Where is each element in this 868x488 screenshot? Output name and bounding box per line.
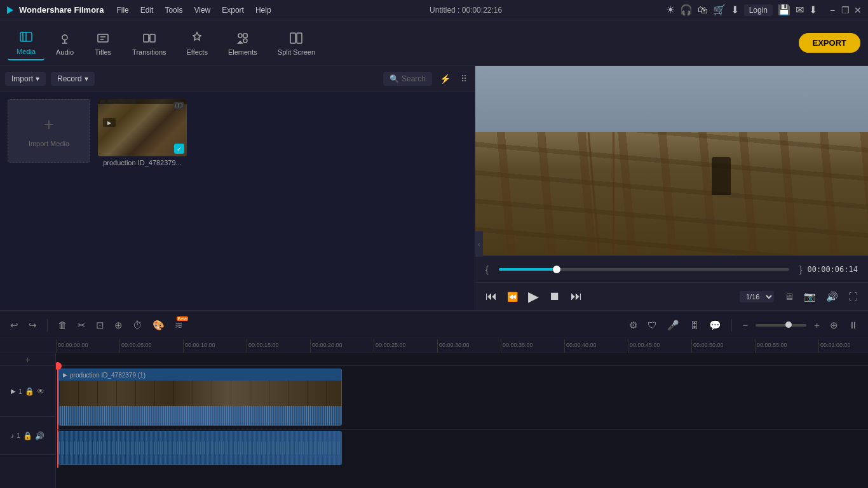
main-area: Import ▾ Record ▾ 🔍 Search ⚡ ⠿ + Import … <box>0 66 868 310</box>
media-thumbnail[interactable]: ▶ ✓ □□ production ID_4782379... <box>98 99 187 166</box>
selected-check-badge: ✓ <box>174 144 184 154</box>
prev-frame-button[interactable]: ⏮ <box>485 290 497 303</box>
login-button[interactable]: Login <box>744 4 773 16</box>
filter-icon[interactable]: ⚡ <box>437 72 453 85</box>
playhead[interactable] <box>57 366 58 429</box>
menu-tools[interactable]: Tools <box>159 4 187 16</box>
toolbar-transitions[interactable]: Transitions <box>123 27 175 60</box>
in-point-button[interactable]: { <box>485 264 489 274</box>
stop-button[interactable]: ⏹ <box>549 290 560 303</box>
headphone-icon[interactable]: 🎧 <box>680 4 693 16</box>
ruler-marks: 00:00:00:00 00:00:05:00 00:00:10:00 00:0… <box>56 339 868 353</box>
out-point-button[interactable]: } <box>799 264 803 274</box>
download-icon[interactable]: ⬇ <box>731 4 739 16</box>
speed-button[interactable]: ⏱ <box>130 318 145 332</box>
download2-icon[interactable]: ⬇ <box>809 4 817 16</box>
cut-button[interactable]: ✂ <box>75 318 88 333</box>
maximize-button[interactable]: ❐ <box>840 6 850 15</box>
scrubber-handle[interactable] <box>553 266 560 273</box>
svg-point-13 <box>243 39 247 43</box>
cart-icon[interactable]: 🛒 <box>713 4 726 16</box>
gift-icon[interactable]: 🛍 <box>698 4 708 16</box>
ruler-mark-5: 00:00:25:00 <box>374 339 437 353</box>
toolbar-effects[interactable]: Effects <box>178 27 217 60</box>
audio-track-label: ♪ 1 🔒 🔊 <box>0 417 55 455</box>
subtitle-icon[interactable]: 💬 <box>707 318 724 333</box>
zoom-slider[interactable] <box>756 324 806 327</box>
delete-button[interactable]: 🗑 <box>55 318 70 332</box>
pause-indicator[interactable]: ⏸ <box>846 318 860 332</box>
toolbar-titles[interactable]: Titles <box>85 27 121 60</box>
video-track: ▶ production ID_4782379 (1) <box>56 366 868 430</box>
shield-icon[interactable]: 🛡 <box>645 318 660 332</box>
sun-icon[interactable]: ☀ <box>666 4 675 16</box>
zoom-in-button[interactable]: + <box>811 318 822 332</box>
clip-play-icon: ▶ <box>63 372 67 378</box>
svg-marker-0 <box>7 6 13 14</box>
timeline-settings-icon[interactable]: ⚙ <box>627 318 640 333</box>
timecode-display: 00:00:06:14 <box>808 265 858 274</box>
ruler-mark-1: 00:00:05:00 <box>119 339 183 353</box>
menu-edit[interactable]: Edit <box>135 4 159 16</box>
fullscreen-preview-button[interactable]: 🖥 <box>784 291 794 302</box>
audio-settings-icon[interactable]: 🎛 <box>687 318 702 332</box>
menu-help[interactable]: Help <box>250 4 276 16</box>
panel-collapse-handle[interactable]: ‹ <box>475 231 483 257</box>
redo-button[interactable]: ↪ <box>26 318 39 333</box>
main-toolbar: Media Audio Titles Transitions Effects E… <box>0 20 868 66</box>
audio-lock-icon[interactable]: 🔒 <box>23 431 32 440</box>
save-icon[interactable]: 💾 <box>778 4 790 16</box>
ruler-mark-2: 00:00:10:00 <box>183 339 247 353</box>
add-track-area[interactable]: + <box>0 353 55 366</box>
play-button[interactable]: ▶ <box>528 288 539 305</box>
ruler-mark-12: 00:01:00:00 <box>818 339 868 353</box>
scene-sky <box>475 66 868 132</box>
copy-button[interactable]: ⊕ <box>112 318 125 333</box>
volume-button[interactable]: 🔊 <box>826 291 838 302</box>
add-track-button[interactable]: ⊕ <box>827 318 841 333</box>
chevron-down-icon: ▾ <box>36 74 39 83</box>
next-frame-button[interactable]: ⏭ <box>571 290 582 303</box>
mic-icon[interactable]: 🎤 <box>665 318 682 333</box>
svg-rect-10 <box>150 34 155 42</box>
menu-file[interactable]: File <box>111 4 133 16</box>
minimize-button[interactable]: − <box>827 6 837 15</box>
preview-scrubber[interactable] <box>499 268 789 271</box>
svg-rect-14 <box>290 33 295 43</box>
close-button[interactable]: ✕ <box>853 6 863 15</box>
quality-select[interactable]: 1/16 <box>740 291 774 302</box>
preview-area <box>475 66 868 255</box>
zoom-out-button[interactable]: − <box>740 318 750 332</box>
search-icon: 🔍 <box>390 74 399 83</box>
toolbar-media[interactable]: Media <box>8 26 44 60</box>
color-button[interactable]: 🎨 <box>150 318 167 333</box>
import-dropdown[interactable]: Import ▾ <box>5 72 46 86</box>
track-lock-icon[interactable]: 🔒 <box>25 387 34 396</box>
export-button[interactable]: EXPORT <box>799 33 860 53</box>
record-dropdown[interactable]: Record ▾ <box>51 72 95 86</box>
search-box[interactable]: 🔍 Search <box>383 72 432 86</box>
toolbar-audio[interactable]: Audio <box>47 27 83 60</box>
track-visibility-icon[interactable]: 👁 <box>37 387 44 396</box>
menu-export[interactable]: Export <box>217 4 249 16</box>
snapshot-button[interactable]: 📷 <box>804 291 816 302</box>
zoom-handle[interactable] <box>785 322 792 328</box>
track-content: ▶ production ID_4782379 (1) <box>56 353 868 488</box>
import-media-button[interactable]: + Import Media <box>8 99 90 163</box>
undo-button[interactable]: ↩ <box>8 318 21 333</box>
view-toggle-icon[interactable]: ⠿ <box>458 72 470 85</box>
menu-view[interactable]: View <box>189 4 215 16</box>
ruler-mark-11: 00:00:55:00 <box>755 339 818 353</box>
crop-button[interactable]: ⊡ <box>93 318 107 333</box>
preview-panel: { } 00:00:06:14 ⏮ ⏪ ▶ ⏹ ⏭ 1/16 🖥 📷 🔊 ⛶ <box>475 66 868 310</box>
fullscreen-button[interactable]: ⛶ <box>848 291 858 302</box>
audio-volume-icon[interactable]: 🔊 <box>35 431 44 440</box>
audio-clip[interactable] <box>58 431 342 465</box>
step-back-button[interactable]: ⏪ <box>507 292 518 302</box>
toolbar-split-screen[interactable]: Split Screen <box>269 27 324 60</box>
ai-tools-button[interactable]: ≋ Beta <box>172 318 186 333</box>
video-clip[interactable]: ▶ production ID_4782379 (1) <box>58 369 342 426</box>
toolbar-elements[interactable]: Elements <box>219 27 266 60</box>
mail-icon[interactable]: ✉ <box>796 4 804 16</box>
media-thumb-image: ▶ ✓ □□ <box>98 99 187 156</box>
